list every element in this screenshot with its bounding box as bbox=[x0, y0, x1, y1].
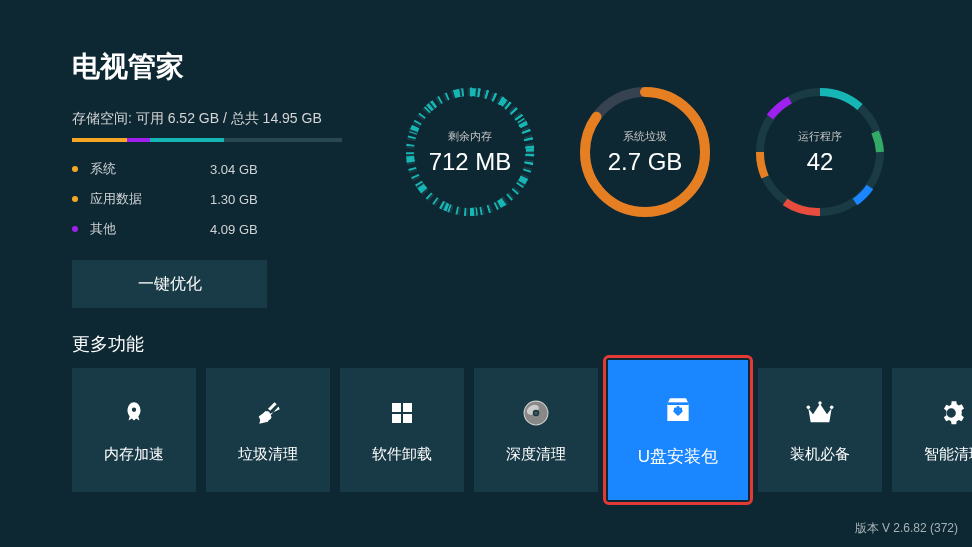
function-tiles-row: 内存加速 垃圾清理 软件卸载 深度清理 U盘安装包 装机必备 bbox=[72, 368, 972, 505]
broom-icon bbox=[252, 397, 284, 429]
tile-label: U盘安装包 bbox=[638, 445, 718, 468]
tile-must-have[interactable]: 装机必备 bbox=[758, 368, 882, 492]
dot-icon bbox=[72, 166, 78, 172]
gear-icon bbox=[938, 397, 970, 429]
legend-value: 1.30 GB bbox=[210, 192, 258, 207]
svg-point-19 bbox=[807, 405, 811, 409]
tile-label: 内存加速 bbox=[104, 445, 164, 464]
storage-usage-bar bbox=[72, 138, 342, 142]
legend-value: 3.04 GB bbox=[210, 162, 258, 177]
legend-label: 其他 bbox=[90, 220, 210, 238]
selected-tile-highlight: U盘安装包 bbox=[603, 355, 753, 505]
disc-icon bbox=[520, 397, 552, 429]
tile-uninstall[interactable]: 软件卸载 bbox=[340, 368, 464, 492]
svg-rect-8 bbox=[392, 403, 401, 412]
svg-rect-9 bbox=[403, 403, 412, 412]
crown-icon bbox=[804, 397, 836, 429]
dot-icon bbox=[72, 196, 78, 202]
tile-label: 深度清理 bbox=[506, 445, 566, 464]
svg-point-20 bbox=[818, 401, 822, 405]
rocket-icon bbox=[118, 397, 150, 429]
gauge-junk: 系统垃圾 2.7 GB bbox=[575, 82, 715, 222]
package-download-icon bbox=[662, 393, 694, 425]
tile-label: 装机必备 bbox=[790, 445, 850, 464]
svg-point-16 bbox=[534, 411, 537, 414]
gauge-memory: 剩余内存 712 MB bbox=[400, 82, 540, 222]
legend-value: 4.09 GB bbox=[210, 222, 258, 237]
gauge-value: 712 MB bbox=[429, 148, 512, 176]
dot-icon bbox=[72, 226, 78, 232]
tile-usb-install[interactable]: U盘安装包 bbox=[608, 360, 748, 500]
svg-rect-11 bbox=[403, 414, 412, 423]
gauge-value: 2.7 GB bbox=[608, 148, 683, 176]
tile-junk-clean[interactable]: 垃圾清理 bbox=[206, 368, 330, 492]
storage-seg-appdata bbox=[127, 138, 150, 142]
legend-label: 系统 bbox=[90, 160, 210, 178]
legend-label: 应用数据 bbox=[90, 190, 210, 208]
page-title: 电视管家 bbox=[72, 48, 900, 86]
version-text: 版本 V 2.6.82 (372) bbox=[855, 520, 958, 537]
gauge-label: 剩余内存 bbox=[448, 129, 492, 144]
svg-rect-10 bbox=[392, 414, 401, 423]
gauge-label: 系统垃圾 bbox=[623, 129, 667, 144]
storage-seg-other bbox=[150, 138, 224, 142]
apps-grid-icon bbox=[386, 397, 418, 429]
svg-point-21 bbox=[830, 405, 834, 409]
tile-smart-clean[interactable]: 智能清理 bbox=[892, 368, 972, 492]
svg-rect-17 bbox=[667, 402, 688, 405]
gauge-value: 42 bbox=[807, 148, 834, 176]
tile-deep-clean[interactable]: 深度清理 bbox=[474, 368, 598, 492]
more-functions-heading: 更多功能 bbox=[72, 332, 144, 356]
tile-label: 软件卸载 bbox=[372, 445, 432, 464]
gauge-processes: 运行程序 42 bbox=[750, 82, 890, 222]
storage-seg-free bbox=[224, 138, 342, 142]
legend-row-other: 其他 4.09 GB bbox=[72, 220, 900, 238]
tile-label: 垃圾清理 bbox=[238, 445, 298, 464]
gauge-label: 运行程序 bbox=[798, 129, 842, 144]
optimize-button[interactable]: 一键优化 bbox=[72, 260, 267, 308]
storage-seg-system bbox=[72, 138, 127, 142]
tile-memory-boost[interactable]: 内存加速 bbox=[72, 368, 196, 492]
tile-label: 智能清理 bbox=[924, 445, 972, 464]
